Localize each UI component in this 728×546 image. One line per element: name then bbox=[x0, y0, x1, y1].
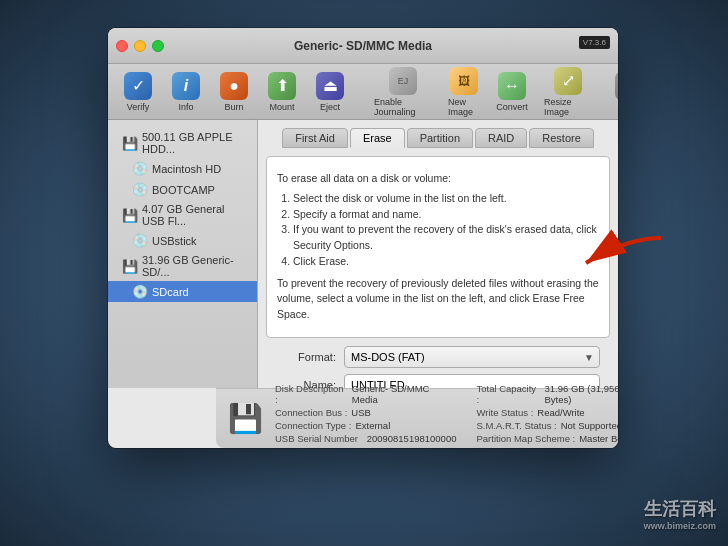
new-image-icon: 🖼 bbox=[450, 67, 478, 95]
step-2: Specify a format and name. bbox=[293, 207, 599, 223]
eject-button[interactable]: ⏏ Eject bbox=[308, 68, 352, 116]
mount-label: Mount bbox=[269, 102, 294, 112]
format-select[interactable]: MS-DOS (FAT) Mac OS Extended (Journaled)… bbox=[344, 346, 600, 368]
disk-desc-value: Generic- SD/MMC Media bbox=[352, 383, 457, 405]
sidebar-item-macintosh-hd[interactable]: 💿 Macintosh HD bbox=[108, 158, 257, 179]
tab-bar: First Aid Erase Partition RAID Restore bbox=[266, 128, 610, 148]
sidebar-item-usb-fl[interactable]: 💾 4.07 GB General USB Fl... bbox=[108, 200, 257, 230]
watermark-url: www.bimeiz.com bbox=[644, 521, 716, 531]
footer-capacity-row: Total Capacity : 31.96 GB (31,956,402,17… bbox=[476, 383, 618, 405]
footer-write-row: Write Status : Read/Write bbox=[476, 407, 618, 418]
main-content: 💾 500.11 GB APPLE HDD... 💿 Macintosh HD … bbox=[108, 120, 618, 388]
enable-journaling-icon: EJ bbox=[389, 67, 417, 95]
close-button[interactable] bbox=[116, 40, 128, 52]
capacity-label: Total Capacity : bbox=[476, 383, 540, 405]
tab-first-aid[interactable]: First Aid bbox=[282, 128, 348, 148]
right-panel: First Aid Erase Partition RAID Restore T… bbox=[258, 120, 618, 388]
format-row: Format: MS-DOS (FAT) Mac OS Extended (Jo… bbox=[266, 346, 610, 368]
tab-erase[interactable]: Erase bbox=[350, 128, 405, 148]
sidebar: 💾 500.11 GB APPLE HDD... 💿 Macintosh HD … bbox=[108, 120, 258, 388]
resize-image-icon: ⤢ bbox=[554, 67, 582, 95]
log-button[interactable]: 📋 Log bbox=[614, 68, 618, 116]
minimize-button[interactable] bbox=[134, 40, 146, 52]
mount-icon: ⬆ bbox=[268, 72, 296, 100]
eject-icon: ⏏ bbox=[316, 72, 344, 100]
footer-disk-desc-row: Disk Description : Generic- SD/MMC Media bbox=[275, 383, 456, 405]
titlebar: Generic- SD/MMC Media V7.3.6 bbox=[108, 28, 618, 64]
info-label: Info bbox=[178, 102, 193, 112]
sidebar-item-usbstick-label: USBstick bbox=[152, 235, 197, 247]
sidebar-item-sdcard[interactable]: 💿 SDcard bbox=[108, 281, 257, 302]
info-icon: i bbox=[172, 72, 200, 100]
instructions-title: To erase all data on a disk or volume: bbox=[277, 171, 599, 187]
convert-button[interactable]: ↔ Convert bbox=[490, 68, 534, 116]
toolbar: ✓ Verify i Info ● Burn ⬆ Mount ⏏ Eject E… bbox=[108, 64, 618, 120]
new-image-button[interactable]: 🖼 New Image bbox=[442, 63, 486, 121]
maximize-button[interactable] bbox=[152, 40, 164, 52]
conn-bus-value: USB bbox=[351, 407, 371, 418]
write-label: Write Status : bbox=[476, 407, 533, 418]
enable-journaling-button[interactable]: EJ Enable Journaling bbox=[368, 63, 438, 121]
footer-partition-row: Partition Map Scheme : Master Boot Recor… bbox=[476, 433, 618, 444]
step-4: Click Erase. bbox=[293, 254, 599, 270]
sidebar-item-usbstick[interactable]: 💿 USBstick bbox=[108, 230, 257, 251]
hdd-icon: 💾 bbox=[122, 136, 138, 151]
resize-image-label: Resize Image bbox=[544, 97, 592, 117]
smart-value: Not Supported bbox=[561, 420, 618, 431]
enable-journaling-label: Enable Journaling bbox=[374, 97, 432, 117]
write-value: Read/Write bbox=[537, 407, 584, 418]
macintosh-hd-icon: 💿 bbox=[132, 161, 148, 176]
convert-icon: ↔ bbox=[498, 72, 526, 100]
resize-image-button[interactable]: ⤢ Resize Image bbox=[538, 63, 598, 121]
usb-fl-icon: 💾 bbox=[122, 208, 138, 223]
format-select-wrapper: MS-DOS (FAT) Mac OS Extended (Journaled)… bbox=[344, 346, 600, 368]
footer-conn-bus-row: Connection Bus : USB bbox=[275, 407, 456, 418]
sidebar-item-macintosh-hd-label: Macintosh HD bbox=[152, 163, 221, 175]
tab-restore[interactable]: Restore bbox=[529, 128, 594, 148]
usbstick-icon: 💿 bbox=[132, 233, 148, 248]
verify-label: Verify bbox=[127, 102, 150, 112]
sidebar-item-bootcamp[interactable]: 💿 BOOTCAMP bbox=[108, 179, 257, 200]
footer-smart-row: S.M.A.R.T. Status : Not Supported bbox=[476, 420, 618, 431]
verify-icon: ✓ bbox=[124, 72, 152, 100]
convert-label: Convert bbox=[496, 102, 528, 112]
footer-col-left: Disk Description : Generic- SD/MMC Media… bbox=[275, 383, 456, 449]
eject-label: Eject bbox=[320, 102, 340, 112]
serial-label: USB Serial Number : bbox=[275, 433, 363, 449]
sdcard-icon: 💿 bbox=[132, 284, 148, 299]
conn-type-value: External bbox=[355, 420, 390, 431]
sidebar-item-sd-generic[interactable]: 💾 31.96 GB Generic- SD/... bbox=[108, 251, 257, 281]
footer-col-right: Total Capacity : 31.96 GB (31,956,402,17… bbox=[476, 383, 618, 449]
sd-generic-icon: 💾 bbox=[122, 259, 138, 274]
footer-info: Disk Description : Generic- SD/MMC Media… bbox=[275, 383, 618, 449]
info-button[interactable]: i Info bbox=[164, 68, 208, 116]
log-icon: 📋 bbox=[615, 72, 618, 100]
version-badge: V7.3.6 bbox=[579, 36, 610, 49]
smart-label: S.M.A.R.T. Status : bbox=[476, 420, 556, 431]
new-image-label: New Image bbox=[448, 97, 480, 117]
prevent-text: To prevent the recovery of previously de… bbox=[277, 276, 599, 323]
mount-button[interactable]: ⬆ Mount bbox=[260, 68, 304, 116]
traffic-lights bbox=[116, 40, 164, 52]
footer-serial-row: USB Serial Number : 20090815198100000 bbox=[275, 433, 456, 449]
tab-partition[interactable]: Partition bbox=[407, 128, 473, 148]
step-3: If you want to prevent the recovery of t… bbox=[293, 222, 599, 254]
burn-icon: ● bbox=[220, 72, 248, 100]
footer-conn-type-row: Connection Type : External bbox=[275, 420, 456, 431]
verify-button[interactable]: ✓ Verify bbox=[116, 68, 160, 116]
sidebar-item-hdd-label: 500.11 GB APPLE HDD... bbox=[142, 131, 249, 155]
watermark-text: 生活百科 bbox=[644, 497, 716, 521]
conn-type-label: Connection Type : bbox=[275, 420, 351, 431]
tab-raid[interactable]: RAID bbox=[475, 128, 527, 148]
erase-instructions: To erase all data on a disk or volume: S… bbox=[266, 156, 610, 338]
burn-button[interactable]: ● Burn bbox=[212, 68, 256, 116]
sidebar-item-bootcamp-label: BOOTCAMP bbox=[152, 184, 215, 196]
sidebar-item-hdd[interactable]: 💾 500.11 GB APPLE HDD... bbox=[108, 128, 257, 158]
serial-value: 20090815198100000 bbox=[367, 433, 457, 449]
disk-desc-label: Disk Description : bbox=[275, 383, 348, 405]
footer-bar: 💾 Disk Description : Generic- SD/MMC Med… bbox=[216, 388, 618, 448]
window-title: Generic- SD/MMC Media bbox=[294, 39, 432, 53]
capacity-value: 31.96 GB (31,956,402,176 Bytes) bbox=[544, 383, 618, 405]
bootcamp-icon: 💿 bbox=[132, 182, 148, 197]
partition-label: Partition Map Scheme : bbox=[476, 433, 575, 444]
